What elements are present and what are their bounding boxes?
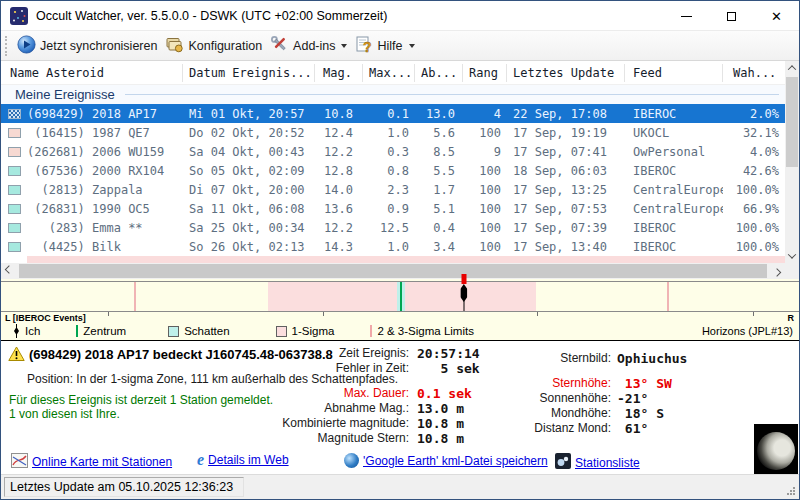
cell-mag: 12.2: [315, 221, 363, 235]
column-header-rang[interactable]: Rang: [463, 64, 507, 82]
cell-feed: CentralEurope: [625, 202, 723, 216]
help-button-label: Hilfe: [377, 39, 402, 53]
minimize-icon: [681, 16, 692, 17]
column-header-update[interactable]: Letztes Update: [507, 64, 625, 82]
cell-asteroid-name: (16415) 1987 QE7: [27, 126, 183, 140]
center-line: [400, 282, 402, 311]
table-row[interactable]: (16415) 1987 QE7 Do 02 Okt, 20:52 12.4 1…: [1, 123, 785, 142]
detail-field-row: Sternhöhe: 13° SW: [516, 376, 736, 391]
scroll-right-button[interactable]: [769, 263, 785, 279]
window-title: Occult Watcher, ver. 5.5.0.0 - DSWK (UTC…: [36, 9, 387, 23]
column-header-ab[interactable]: Ab...: [415, 64, 463, 82]
shadow-path-timeline[interactable]: [1, 281, 799, 312]
field-label: Mondhöhe:: [516, 406, 611, 421]
table-row[interactable]: (283) Emma ** Sa 25 Okt, 00:34 12.2 12.5…: [1, 218, 785, 237]
cell-max-duration: 0.3: [363, 145, 415, 159]
field-value: 20:57:14: [417, 346, 480, 361]
column-header-datum[interactable]: Datum Ereignis...: [183, 64, 315, 82]
cell-event-date: So 26 Okt, 02:13: [183, 240, 315, 254]
scroll-up-button[interactable]: [785, 61, 799, 75]
configuration-button[interactable]: Konfiguration: [165, 35, 262, 57]
cell-probability: 66.9%: [723, 202, 785, 216]
group-row-meine-ereignisse[interactable]: Meine Ereignisse: [1, 85, 785, 104]
detail-field-row: Fehler in Zeit: 5 sek: [263, 361, 525, 376]
addins-button[interactable]: Add-ins: [270, 35, 347, 57]
cell-rank: 100: [463, 164, 507, 178]
help-icon: ?: [355, 35, 373, 57]
minimize-button[interactable]: [664, 1, 709, 31]
last-update-status: Letztes Update am 05.10.2025 12:36:23: [10, 480, 233, 494]
cell-max-duration: 1.0: [363, 126, 415, 140]
vertical-scrollbar-thumb[interactable]: [786, 77, 798, 167]
details-web-link[interactable]: e Details im Web: [197, 453, 289, 467]
sigma23-line-right: [667, 282, 669, 311]
cell-rank: 4: [463, 107, 507, 121]
event-status-icon: [1, 147, 27, 157]
google-earth-kml-link[interactable]: 'Google Earth' kml-Datei speichern: [344, 453, 548, 468]
help-button[interactable]: ? Hilfe: [355, 35, 414, 57]
table-row[interactable]: (26831) 1990 OC5 Sa 11 Okt, 06:08 13.6 0…: [1, 199, 785, 218]
links-row: Online Karte mit Stationen e Details im …: [1, 453, 799, 473]
toolbar-grip[interactable]: [5, 36, 9, 56]
table-row[interactable]: (2813) Zappala Di 07 Okt, 20:00 14.0 2.3…: [1, 180, 785, 199]
cell-mag-drop: 5.5: [415, 164, 463, 178]
column-header-name[interactable]: Name Asteroid: [1, 64, 183, 82]
legend-label: 2 & 3-Sigma Limits: [377, 325, 474, 337]
moon-disc: [757, 432, 795, 470]
detail-field-row: Sternbild:Ophiuchus: [516, 351, 736, 366]
field-value: 10.8 m: [417, 416, 464, 431]
cell-probability: 42.6%: [723, 164, 785, 178]
cell-event-date: Do 02 Okt, 20:52: [183, 126, 315, 140]
moon-phase-image: [754, 424, 798, 478]
field-value: 13.0 m: [417, 401, 464, 416]
configuration-button-label: Konfiguration: [188, 39, 262, 53]
table-row[interactable]: (4425) Bilk So 26 Okt, 02:13 14.3 1.0 3.…: [1, 237, 785, 256]
your-station-text: 1 von diesen ist Ihre.: [9, 407, 120, 421]
online-map-link-label: Online Karte mit Stationen: [32, 455, 172, 469]
field-label: Sternbild:: [516, 351, 611, 366]
cell-asteroid-name: (4425) Bilk: [27, 240, 183, 254]
sigma23-line-icon: [370, 325, 372, 337]
table-body: (698429) 2018 AP17 Mi 01 Okt, 20:57 10.8…: [1, 104, 785, 256]
column-header-max[interactable]: Max...: [363, 64, 415, 82]
timeline-tick: [108, 312, 109, 316]
cell-feed: IBEROC: [625, 107, 723, 121]
field-label: Fehler in Zeit:: [263, 361, 409, 376]
field-value: 61°: [617, 421, 648, 436]
shadow-band: [397, 282, 405, 311]
field-value: 0.1 sek: [417, 386, 472, 401]
cell-feed: IBEROC: [625, 164, 723, 178]
scroll-left-button[interactable]: [1, 263, 17, 279]
horizontal-scrollbar-thumb[interactable]: [19, 264, 767, 278]
close-button[interactable]: ✕: [754, 1, 799, 31]
column-header-feed[interactable]: Feed: [625, 64, 723, 82]
status-bar: Letztes Update am 05.10.2025 12:36:23: [1, 474, 799, 499]
cell-asteroid-name: (283) Emma **: [27, 221, 183, 235]
column-header-mag[interactable]: Mag.: [315, 64, 363, 82]
sigma1-swatch-icon: [276, 326, 287, 337]
table-row[interactable]: (698429) 2018 AP17 Mi 01 Okt, 20:57 10.8…: [1, 104, 785, 123]
cell-probability: 2.0%: [723, 107, 785, 121]
vertical-scrollbar[interactable]: [785, 61, 799, 263]
event-status-icon: [1, 204, 27, 214]
scroll-down-button[interactable]: [785, 249, 799, 263]
field-label: Distanz Mond:: [516, 421, 611, 436]
resize-grip[interactable]: [786, 486, 796, 496]
cell-rank: 100: [463, 183, 507, 197]
online-map-link[interactable]: Online Karte mit Stationen: [11, 453, 172, 471]
cell-rank: 100: [463, 221, 507, 235]
column-header-wah[interactable]: Wah...: [723, 64, 785, 82]
cell-mag-drop: 8.5: [415, 145, 463, 159]
field-label: Sternhöhe:: [516, 376, 611, 391]
cell-mag-drop: 13.0: [415, 107, 463, 121]
legend-item-1sigma: 1-Sigma: [276, 325, 335, 337]
maximize-button[interactable]: [709, 1, 754, 31]
table-row[interactable]: (262681) 2006 WU159 Sa 04 Okt, 00:43 12.…: [1, 142, 785, 161]
horizontal-scrollbar[interactable]: [1, 263, 785, 279]
table-row[interactable]: (67536) 2000 RX104 So 05 Okt, 02:09 12.8…: [1, 161, 785, 180]
cell-probability: 100.0%: [723, 240, 785, 254]
station-list-link[interactable]: Stationsliste: [555, 453, 640, 472]
field-label: Max. Dauer:: [263, 386, 409, 401]
sync-button[interactable]: Jetzt synchronisieren: [17, 35, 157, 57]
detail-field-row: Abnahme Mag.:13.0 m: [263, 401, 525, 416]
